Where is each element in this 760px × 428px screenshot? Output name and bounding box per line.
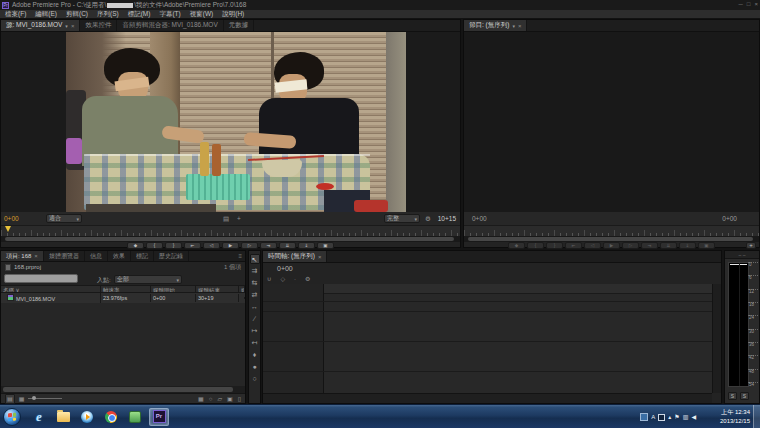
project-empty-area[interactable]	[1, 303, 245, 386]
tab-project-5[interactable]: 歷史記錄	[154, 251, 189, 261]
timeline-h-scrollbar[interactable]	[263, 393, 712, 403]
panel-menu-icon[interactable]: ≡	[235, 251, 245, 261]
mark-out-button[interactable]: }	[546, 242, 563, 249]
timeline-ruler[interactable]	[263, 284, 712, 294]
solo-button-1[interactable]: S	[740, 392, 749, 400]
keyboard-icon[interactable]	[658, 414, 665, 421]
slide-tool[interactable]: ↤	[250, 338, 260, 348]
menu-item-3[interactable]: 序列(S)	[97, 10, 119, 19]
taskbar-media-player[interactable]	[77, 408, 97, 426]
program-scrollbar-handle[interactable]	[468, 237, 753, 241]
source-playhead[interactable]	[5, 226, 11, 232]
selection-tool[interactable]: ↖	[250, 254, 260, 264]
menu-item-4[interactable]: 標記(M)	[128, 10, 151, 19]
taskbar-green-app[interactable]	[125, 408, 145, 426]
find-button[interactable]: ○	[209, 395, 213, 403]
close-icon[interactable]: ×	[518, 23, 522, 29]
show-desktop-button[interactable]	[753, 405, 760, 428]
column-header-2[interactable]: 媒體開始	[151, 286, 196, 292]
snap-icon[interactable]: ∪	[267, 275, 271, 282]
close-button[interactable]: ×	[754, 1, 758, 7]
close-icon[interactable]: ×	[71, 23, 75, 29]
menu-item-1[interactable]: 編輯(E)	[35, 10, 57, 19]
automate-to-sequence-button[interactable]: ▦	[198, 395, 204, 403]
source-time-ruler[interactable]	[1, 225, 460, 236]
add-marker-button[interactable]: ◆	[127, 242, 144, 249]
tab-source-3[interactable]: 元數據	[224, 20, 255, 31]
settings-wrench-icon[interactable]: ⚙	[425, 215, 431, 223]
slip-tool[interactable]: ↦	[250, 326, 260, 336]
program-viewer[interactable]	[464, 32, 759, 212]
pen-tool[interactable]: ♦	[250, 350, 260, 360]
go-to-out-button[interactable]: ⇥	[260, 242, 277, 249]
project-h-scrollbar[interactable]	[1, 386, 245, 393]
tab-source-0[interactable]: 源: MVI_0186.MOV▾×	[1, 20, 80, 31]
timeline-settings-wrench-icon[interactable]: ⚙	[305, 275, 310, 282]
go-to-in-button[interactable]: ⇤	[184, 242, 201, 249]
tab-source-2[interactable]: 音頻剪輯混合器: MVI_0186.MOV	[117, 20, 223, 31]
taskbar-chrome[interactable]	[101, 408, 121, 426]
menu-item-6[interactable]: 視窗(W)	[190, 10, 213, 19]
new-item-button[interactable]: ▣	[227, 395, 233, 403]
thumbnail-zoom-slider[interactable]	[28, 398, 62, 399]
film-frame-icon[interactable]: ▤	[223, 215, 229, 223]
ripple-edit-tool[interactable]: ⇆	[250, 278, 260, 288]
tab-project-1[interactable]: 媒體瀏覽器	[44, 251, 85, 261]
razor-tool[interactable]: ∕	[250, 314, 260, 324]
column-header-1[interactable]: 幀速率	[101, 286, 151, 292]
list-view-button[interactable]: ▤	[5, 394, 15, 404]
source-zoom-select[interactable]: 適合▾	[46, 214, 82, 223]
tab-source-1[interactable]: 效果控件	[80, 20, 117, 31]
maximize-button[interactable]: □	[747, 1, 751, 7]
taskbar-internet-explorer[interactable]: e	[29, 408, 49, 426]
start-button[interactable]	[3, 408, 21, 426]
column-header-4[interactable]: 媒體	[239, 286, 245, 292]
minimize-button[interactable]: ─	[739, 1, 743, 7]
source-viewer[interactable]	[1, 32, 460, 212]
menu-item-7[interactable]: 說明(H)	[222, 10, 244, 19]
play-button[interactable]: ▶	[603, 242, 620, 249]
tab-project-0[interactable]: 項目: 168×	[1, 251, 44, 261]
step-back-button[interactable]: ◁	[203, 242, 220, 249]
source-resolution-select[interactable]: 完整▾	[384, 214, 420, 223]
tab-timeline[interactable]: 時間軸: (無序列) ×	[263, 251, 327, 262]
tab-program[interactable]: 節目: (無序列) ▾ ×	[464, 20, 527, 31]
network-icon[interactable]: ▥	[683, 413, 689, 421]
filter-select[interactable]: 全部▾	[114, 275, 182, 284]
tab-project-4[interactable]: 標記	[131, 251, 154, 261]
taskbar-windows-explorer[interactable]	[53, 408, 73, 426]
play-button[interactable]: ▶	[222, 242, 239, 249]
add-marker-button[interactable]: ◆	[508, 242, 525, 249]
search-input[interactable]	[4, 274, 78, 283]
hand-tool[interactable]: ●	[250, 362, 260, 372]
ime-language-icon[interactable]	[640, 413, 648, 421]
menu-item-0[interactable]: 檔案(F)	[5, 10, 26, 19]
menu-item-5[interactable]: 字幕(T)	[159, 10, 180, 19]
taskbar-clock[interactable]: 上午 12:34 2013/12/15	[720, 408, 750, 425]
source-scrollbar-handle[interactable]	[5, 237, 454, 241]
delete-button[interactable]: ▯	[238, 395, 241, 403]
program-time-ruler[interactable]	[464, 225, 759, 236]
icon-view-button[interactable]: ▦	[19, 395, 25, 403]
track-select-tool[interactable]: ⇉	[250, 266, 260, 276]
speaker-icon[interactable]: ◀	[691, 413, 696, 421]
close-icon[interactable]: ×	[318, 254, 322, 260]
new-bin-button[interactable]: ▱	[217, 395, 222, 403]
column-header-3[interactable]: 媒體結束	[196, 286, 239, 292]
action-center-flag-icon[interactable]: ⚑	[674, 413, 679, 421]
close-icon[interactable]: ×	[34, 253, 38, 259]
overwrite-button[interactable]: ⇓	[298, 242, 315, 249]
go-to-out-button[interactable]: ⇥	[641, 242, 658, 249]
plus-icon[interactable]: +	[237, 215, 241, 222]
mark-out-button[interactable]: }	[165, 242, 182, 249]
rate-stretch-tool[interactable]: ↔	[250, 302, 260, 312]
insert-button[interactable]: ⇊	[660, 242, 677, 249]
tab-project-2[interactable]: 信息	[85, 251, 108, 261]
program-add-button[interactable]: +	[746, 242, 756, 249]
hidden-icons-arrow[interactable]: ▴	[668, 413, 671, 421]
menu-item-2[interactable]: 剪輯(C)	[66, 10, 88, 19]
column-header-0[interactable]: 名稱 ∨	[1, 286, 101, 292]
step-forward-button[interactable]: ▷	[622, 242, 639, 249]
marker-icon[interactable]: ◇	[280, 275, 285, 282]
timeline-tracks-area[interactable]	[263, 284, 712, 393]
